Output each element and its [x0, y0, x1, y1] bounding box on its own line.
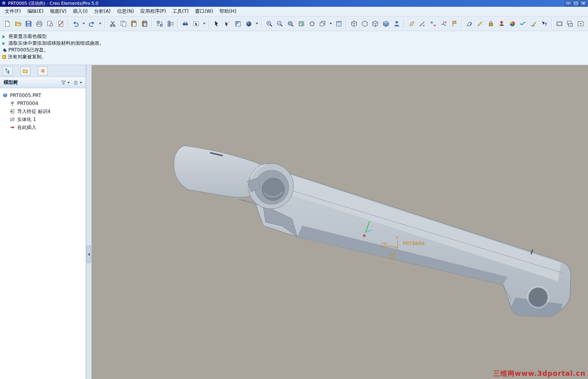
bullet-icon — [3, 48, 7, 52]
info-icon — [2, 55, 6, 59]
panel-collapse-handle[interactable] — [87, 246, 91, 263]
save-button[interactable] — [24, 19, 34, 29]
selection-filter-button[interactable] — [191, 19, 201, 29]
window-extra-button[interactable] — [576, 19, 586, 29]
zoom-in-button[interactable] — [264, 19, 274, 29]
filter-icon — [61, 80, 66, 85]
settings-tab-icon — [40, 68, 46, 74]
tree-item-label: 实体化 1 — [17, 116, 36, 123]
dropdown-caret-icon — [99, 23, 101, 24]
erase-display-icon — [57, 20, 64, 27]
cut-button[interactable] — [108, 19, 118, 29]
menu-item-tools[interactable]: 工具(T) — [169, 6, 192, 16]
find-icon — [182, 20, 189, 27]
datum-planes-toggle[interactable] — [407, 19, 417, 29]
regen-manager-icon — [167, 20, 174, 27]
appearance-dropdown[interactable] — [255, 19, 259, 29]
shaded-button[interactable] — [381, 19, 391, 29]
saved-views-dropdown[interactable] — [328, 19, 333, 29]
model-tree-tab[interactable] — [3, 66, 13, 75]
hidden-line-button[interactable] — [360, 19, 370, 29]
tree-filter-button[interactable] — [61, 80, 70, 85]
no-hidden-button[interactable] — [371, 19, 381, 29]
smart-select-button[interactable] — [223, 19, 233, 29]
annotation-tool-icon — [530, 20, 537, 27]
menu-bar: 文件(F)编辑(E)视图(V)插入(I)分析(A)信息(N)应用程序(P)工具(… — [0, 7, 588, 16]
selection-filter-dropdown[interactable] — [202, 19, 207, 29]
tree-node-solidify[interactable]: 实体化 1 — [0, 115, 86, 123]
orient-button[interactable] — [307, 19, 317, 29]
menu-item-file[interactable]: 文件(F) — [2, 6, 24, 16]
window-activate-button[interactable] — [565, 19, 575, 29]
shade-tool-button[interactable] — [233, 19, 243, 29]
context-help-button[interactable] — [539, 19, 549, 29]
folder-browser-tab[interactable] — [20, 66, 30, 75]
repaint-button[interactable] — [296, 19, 306, 29]
open-button[interactable] — [13, 19, 23, 29]
message-line-2: 选取实体中要添加或移除材料的面组或曲面。 — [2, 40, 586, 47]
sketch-tool-button[interactable] — [475, 19, 485, 29]
appearance-sphere-button[interactable] — [244, 19, 254, 29]
datum-csys-toggle[interactable] — [439, 19, 449, 29]
toolbar-separator — [105, 19, 106, 28]
wireframe-button[interactable] — [349, 19, 359, 29]
view-manager-button[interactable] — [334, 19, 344, 29]
erase-display-button[interactable] — [56, 19, 66, 29]
tree-node-prt0005[interactable]: PRT0005.PRT — [0, 91, 86, 99]
menu-item-edit[interactable]: 编辑(E) — [24, 6, 47, 16]
paste-button[interactable] — [129, 19, 139, 29]
tree-node-import-feature[interactable]: 导入特征 标识4 — [0, 107, 86, 115]
menu-item-applications[interactable]: 应用程序(P) — [137, 6, 170, 16]
favorites-tab[interactable] — [38, 66, 48, 75]
stamp-tool-button[interactable] — [497, 19, 507, 29]
tree-node-prt0004[interactable]: PRT0004 — [0, 99, 86, 107]
datum-points-toggle[interactable] — [428, 19, 438, 29]
wireframe-icon — [351, 20, 357, 27]
menu-item-help[interactable]: 帮助(H) — [216, 6, 239, 16]
arrow-icon — [2, 35, 6, 38]
redo-button[interactable] — [87, 19, 97, 29]
panel-sash[interactable] — [86, 65, 92, 379]
copy-button[interactable] — [118, 19, 128, 29]
print-button[interactable] — [34, 19, 44, 29]
annotations-toggle[interactable] — [450, 19, 460, 29]
menu-item-info[interactable]: 信息(N) — [114, 6, 137, 16]
menu-item-insert[interactable]: 插入(I) — [70, 6, 91, 16]
datum-axes-toggle[interactable] — [418, 19, 428, 29]
person-button[interactable] — [392, 19, 402, 29]
menu-item-window[interactable]: 窗口(W) — [192, 6, 216, 16]
close-button[interactable]: × — [580, 1, 587, 6]
3d-model-canvas[interactable]: Y Z X PRT0004 — [92, 65, 588, 379]
new-file-button[interactable] — [2, 19, 12, 29]
redo-dropdown[interactable] — [98, 19, 103, 29]
annotation-tool-button[interactable] — [529, 19, 539, 29]
undo-dropdown[interactable] — [81, 19, 86, 29]
menu-item-analysis[interactable]: 分析(A) — [91, 6, 114, 16]
tree-settings-button[interactable] — [73, 80, 82, 85]
zoom-out-button[interactable] — [275, 19, 285, 29]
regenerate-button[interactable] — [155, 19, 165, 29]
tree-node-insert-here[interactable]: 在此插入 — [0, 123, 86, 131]
stamp-tool-icon — [498, 20, 505, 27]
appearance-gallery-button[interactable] — [507, 19, 517, 29]
style-tool-button[interactable] — [518, 19, 528, 29]
saved-views-button[interactable] — [318, 19, 328, 29]
shade-tool-icon — [235, 20, 241, 27]
lock-tool-button[interactable] — [486, 19, 496, 29]
message-text: PRT0005已存盘。 — [8, 47, 49, 54]
zoom-out-icon — [276, 20, 283, 27]
undo-button[interactable] — [71, 19, 81, 29]
refit-button[interactable] — [286, 19, 296, 29]
window-fit-button[interactable] — [554, 19, 564, 29]
regen-manager-button[interactable] — [166, 19, 176, 29]
maximize-button[interactable]: □ — [572, 1, 579, 6]
find-button[interactable] — [180, 19, 190, 29]
minimize-button[interactable]: − — [565, 1, 572, 6]
print-preview-button[interactable] — [45, 19, 55, 29]
datum-axes-icon — [419, 20, 426, 27]
select-items-button[interactable] — [212, 19, 222, 29]
3d-viewport[interactable]: Y Z X PRT0004 三维网www.3dportal.cn — [92, 65, 588, 379]
datum-plane-tool-button[interactable] — [465, 19, 475, 29]
paste-special-button[interactable] — [140, 19, 150, 29]
menu-item-view[interactable]: 视图(V) — [47, 6, 70, 16]
